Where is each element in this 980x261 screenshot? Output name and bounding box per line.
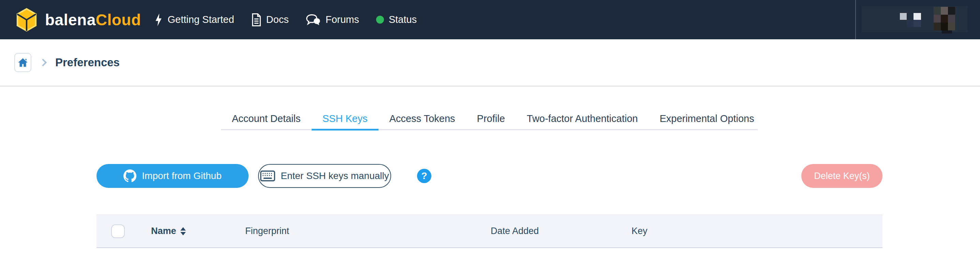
tab-account-details[interactable]: Account Details: [221, 113, 312, 129]
tab-access-tokens[interactable]: Access Tokens: [379, 113, 466, 129]
help-glyph: ?: [421, 170, 427, 181]
nav-link-docs[interactable]: Docs: [251, 13, 289, 26]
nav-link-label: Getting Started: [168, 14, 234, 25]
brand-primary: balena: [45, 11, 96, 29]
nav-links: Getting Started Docs Forums: [154, 13, 417, 27]
brand-secondary: Cloud: [96, 11, 141, 29]
nav-link-label: Status: [389, 14, 417, 25]
column-header-date-added: Date Added: [491, 215, 539, 247]
user-area-redacted[interactable]: [862, 6, 968, 32]
column-name-label: Name: [151, 226, 176, 236]
redacted-avatar-mosaic: [934, 7, 955, 34]
github-icon: [123, 170, 137, 183]
document-icon: [251, 13, 261, 26]
nav-link-status[interactable]: Status: [376, 14, 417, 25]
keyboard-icon: [260, 170, 275, 181]
top-navbar: balenaCloud Getting Started Docs: [0, 0, 980, 39]
delete-keys-button[interactable]: Delete Key(s): [801, 164, 883, 188]
nav-link-label: Forums: [326, 14, 359, 25]
chat-bubbles-icon: [306, 14, 321, 26]
status-dot-icon: [376, 16, 384, 24]
brand-name: balenaCloud: [45, 11, 141, 29]
ssh-keys-table: Name Fingerprint Date Added Key: [97, 215, 883, 248]
import-from-github-label: Import from Github: [142, 170, 221, 181]
home-button[interactable]: [14, 53, 31, 72]
table-header-row: Name Fingerprint Date Added Key: [97, 215, 883, 248]
redacted-text-mosaic: [900, 13, 921, 27]
column-header-name[interactable]: Name: [151, 215, 186, 247]
ssh-keys-toolbar: Import from Github Enter SSH keys manual…: [97, 164, 883, 188]
delete-keys-label: Delete Key(s): [814, 171, 870, 181]
enter-ssh-keys-manually-label: Enter SSH keys manually: [281, 170, 389, 181]
nav-link-forums[interactable]: Forums: [306, 14, 359, 26]
lightning-icon: [154, 13, 163, 27]
column-key-label: Key: [632, 226, 648, 236]
breadcrumb: Preferences: [0, 39, 980, 86]
navbar-divider: [855, 0, 856, 39]
tab-ssh-keys[interactable]: SSH Keys: [312, 113, 379, 130]
tab-experimental-options[interactable]: Experimental Options: [649, 113, 765, 129]
brand[interactable]: balenaCloud: [14, 6, 141, 34]
page-title: Preferences: [55, 56, 120, 69]
preferences-tabs: Account Details SSH Keys Access Tokens P…: [221, 113, 758, 130]
column-header-key: Key: [632, 215, 648, 247]
home-icon: [18, 58, 28, 67]
column-date-added-label: Date Added: [491, 226, 539, 236]
balena-cube-icon: [14, 6, 39, 34]
sort-icon: [180, 227, 186, 235]
tab-two-factor-authentication[interactable]: Two-factor Authentication: [516, 113, 649, 129]
breadcrumb-chevron-icon: [39, 59, 47, 67]
column-fingerprint-label: Fingerprint: [245, 226, 289, 236]
nav-link-getting-started[interactable]: Getting Started: [154, 13, 234, 27]
select-all-checkbox[interactable]: [111, 224, 125, 238]
tab-profile[interactable]: Profile: [466, 113, 516, 129]
column-header-fingerprint: Fingerprint: [245, 215, 289, 247]
import-from-github-button[interactable]: Import from Github: [97, 164, 248, 188]
nav-link-label: Docs: [266, 14, 289, 25]
enter-ssh-keys-manually-button[interactable]: Enter SSH keys manually: [258, 164, 391, 188]
help-icon[interactable]: ?: [417, 169, 431, 183]
